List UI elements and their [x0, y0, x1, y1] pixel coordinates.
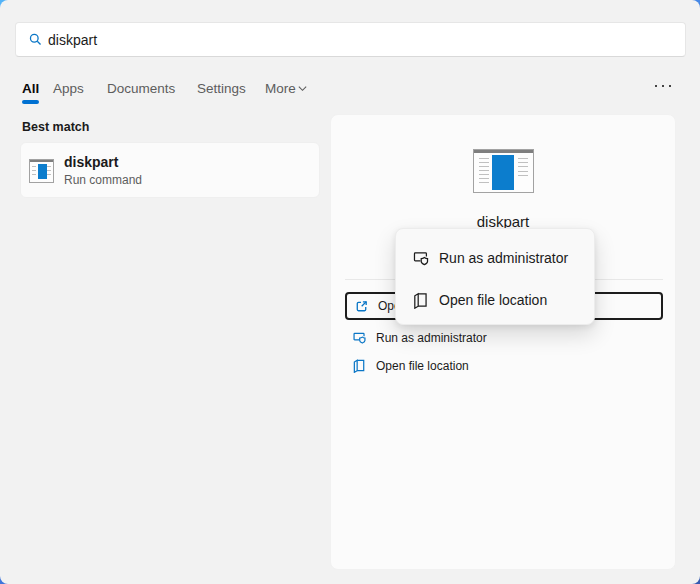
- open-file-location-icon: [352, 358, 367, 373]
- menu-item-label: Run as administrator: [439, 250, 568, 266]
- menu-item-open-file-location[interactable]: Open file location: [396, 279, 594, 321]
- best-match-subtitle: Run command: [64, 173, 142, 187]
- diskpart-app-icon-large: [473, 149, 534, 193]
- tab-apps[interactable]: Apps: [53, 80, 84, 97]
- tab-documents[interactable]: Documents: [107, 80, 175, 97]
- tab-more[interactable]: More: [265, 80, 296, 97]
- search-window: diskpart All Apps Documents Settings Mor…: [0, 0, 700, 584]
- search-icon: [29, 33, 42, 46]
- best-match-result[interactable]: diskpart Run command: [20, 142, 320, 198]
- context-menu: Run as administrator Open file location: [395, 228, 595, 325]
- search-query: diskpart: [48, 32, 97, 48]
- open-icon: [354, 299, 369, 314]
- diskpart-app-icon: [29, 159, 54, 183]
- menu-item-run-as-admin[interactable]: Run as administrator: [396, 237, 594, 279]
- best-match-title: diskpart: [64, 154, 118, 170]
- run-as-admin-label: Run as administrator: [376, 331, 487, 345]
- more-options-button[interactable]: [655, 85, 671, 87]
- run-as-admin-icon: [352, 330, 367, 345]
- open-file-location-icon: [412, 291, 430, 309]
- open-file-location-label: Open file location: [376, 359, 469, 373]
- tab-settings[interactable]: Settings: [197, 80, 246, 97]
- search-input[interactable]: diskpart: [15, 22, 686, 57]
- tab-all[interactable]: All: [22, 80, 39, 97]
- chevron-down-icon: [297, 83, 308, 94]
- run-as-admin-action[interactable]: Run as administrator: [352, 330, 487, 345]
- best-match-heading: Best match: [22, 120, 89, 134]
- run-as-admin-icon: [412, 249, 430, 267]
- active-tab-underline: [22, 100, 39, 104]
- menu-item-label: Open file location: [439, 292, 547, 308]
- preview-panel: diskpart Open Run as administrator Open …: [330, 114, 676, 570]
- open-file-location-action[interactable]: Open file location: [352, 358, 469, 373]
